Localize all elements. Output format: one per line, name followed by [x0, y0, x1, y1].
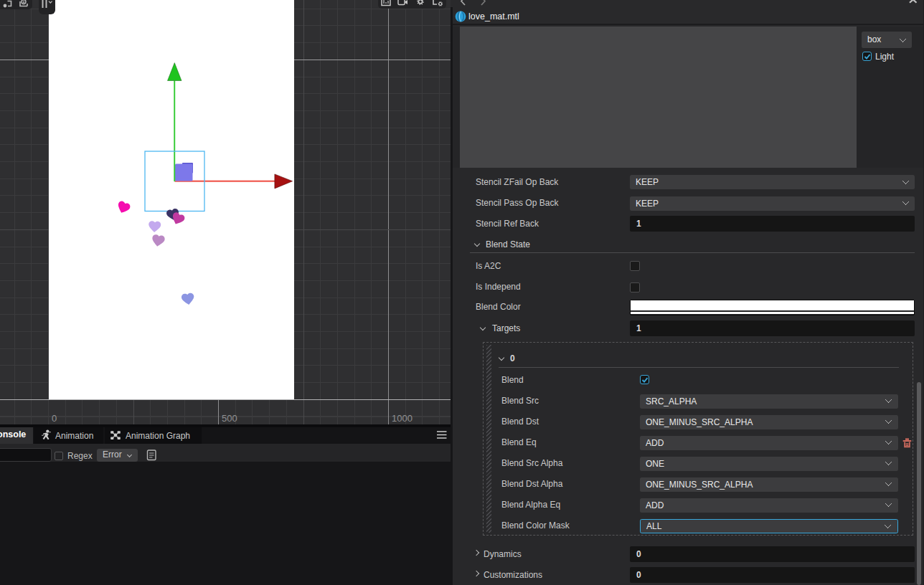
svg-text:Animation Graph: Animation Graph	[126, 431, 190, 441]
svg-text:Animation: Animation	[55, 431, 93, 441]
